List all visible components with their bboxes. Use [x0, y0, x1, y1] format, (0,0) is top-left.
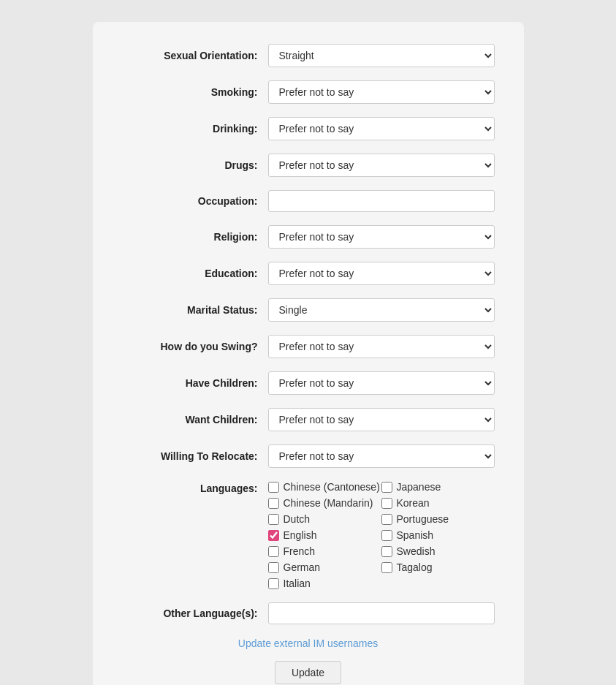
list-item[interactable]: Japanese [381, 481, 495, 493]
education-label: Education: [122, 268, 268, 279]
lang-german-checkbox[interactable] [268, 562, 279, 573]
lang-mandarin-label: Chinese (Mandarin) [284, 497, 373, 509]
education-select[interactable]: Prefer not to say High School Some Colle… [268, 262, 495, 285]
drinking-label: Drinking: [122, 123, 268, 135]
drinking-select[interactable]: Prefer not to say Yes No Occasionally [268, 117, 495, 140]
drinking-control: Prefer not to say Yes No Occasionally [268, 117, 495, 140]
lang-german-label: German [284, 561, 321, 573]
sexual-orientation-control: Straight Gay Lesbian Bisexual Prefer not… [268, 44, 495, 67]
list-item[interactable]: Portuguese [381, 513, 495, 525]
lang-cantonese-checkbox[interactable] [268, 482, 279, 493]
list-item[interactable]: Chinese (Mandarin) [268, 497, 381, 509]
other-languages-control [268, 602, 495, 624]
lang-korean-checkbox[interactable] [381, 498, 392, 509]
want-children-select[interactable]: Prefer not to say Yes No Maybe [268, 408, 495, 431]
occupation-row: Occupation: [122, 190, 495, 212]
languages-label: Languages: [122, 481, 268, 494]
lang-spanish-checkbox[interactable] [381, 530, 392, 541]
other-languages-input[interactable] [268, 602, 495, 624]
religion-row: Religion: Prefer not to say Christian Mu… [122, 225, 495, 249]
update-im-link-row: Update external IM usernames [122, 637, 495, 649]
religion-label: Religion: [122, 231, 268, 243]
marital-status-label: Marital Status: [122, 304, 268, 316]
sexual-orientation-select[interactable]: Straight Gay Lesbian Bisexual Prefer not… [268, 44, 495, 67]
list-item[interactable]: Tagalog [381, 561, 495, 573]
lang-portuguese-label: Portuguese [397, 513, 449, 525]
drugs-label: Drugs: [122, 159, 268, 171]
list-item[interactable]: Dutch [268, 513, 381, 525]
list-item[interactable]: Chinese (Cantonese) [268, 481, 381, 493]
other-languages-row: Other Language(s): [122, 602, 495, 624]
swing-select[interactable]: Prefer not to say Monogamous Open Swinge… [268, 335, 495, 358]
lang-english-label: English [284, 529, 317, 541]
want-children-row: Want Children: Prefer not to say Yes No … [122, 408, 495, 431]
profile-form: Sexual Orientation: Straight Gay Lesbian… [93, 22, 524, 685]
swing-control: Prefer not to say Monogamous Open Swinge… [268, 335, 495, 358]
relocate-control: Prefer not to say Yes No Maybe [268, 444, 495, 468]
want-children-label: Want Children: [122, 414, 268, 425]
lang-spanish-label: Spanish [397, 529, 434, 541]
lang-tagalog-label: Tagalog [397, 561, 433, 573]
smoking-control: Prefer not to say Yes No Occasionally [268, 80, 495, 104]
list-item[interactable]: Italian [268, 578, 381, 589]
lang-korean-label: Korean [397, 497, 430, 509]
languages-grid: Chinese (Cantonese) Chinese (Mandarin) D… [268, 481, 495, 589]
drugs-select[interactable]: Prefer not to say Yes No Occasionally [268, 154, 495, 177]
languages-col1: Chinese (Cantonese) Chinese (Mandarin) D… [268, 481, 381, 589]
relocate-row: Willing To Relocate: Prefer not to say Y… [122, 444, 495, 468]
other-languages-label: Other Language(s): [122, 608, 268, 619]
lang-french-label: French [284, 545, 316, 557]
smoking-select[interactable]: Prefer not to say Yes No Occasionally [268, 80, 495, 104]
list-item[interactable]: Spanish [381, 529, 495, 541]
sexual-orientation-label: Sexual Orientation: [122, 50, 268, 61]
religion-control: Prefer not to say Christian Muslim Jewis… [268, 225, 495, 249]
relocate-label: Willing To Relocate: [122, 450, 268, 462]
languages-col2: Japanese Korean Portuguese Spanish Swedi… [381, 481, 495, 589]
want-children-control: Prefer not to say Yes No Maybe [268, 408, 495, 431]
lang-japanese-label: Japanese [397, 481, 441, 493]
have-children-select[interactable]: Prefer not to say Yes No [268, 371, 495, 395]
update-im-link[interactable]: Update external IM usernames [238, 637, 378, 649]
marital-status-select[interactable]: Single Married Divorced Widowed Separate… [268, 298, 495, 322]
lang-portuguese-checkbox[interactable] [381, 514, 392, 525]
lang-mandarin-checkbox[interactable] [268, 498, 279, 509]
list-item[interactable]: Korean [381, 497, 495, 509]
occupation-control [268, 190, 495, 212]
lang-english-checkbox[interactable] [268, 530, 279, 541]
sexual-orientation-row: Sexual Orientation: Straight Gay Lesbian… [122, 44, 495, 67]
marital-status-row: Marital Status: Single Married Divorced … [122, 298, 495, 322]
list-item[interactable]: French [268, 545, 381, 557]
list-item[interactable]: English [268, 529, 381, 541]
smoking-row: Smoking: Prefer not to say Yes No Occasi… [122, 80, 495, 104]
swing-row: How do you Swing? Prefer not to say Mono… [122, 335, 495, 358]
have-children-control: Prefer not to say Yes No [268, 371, 495, 395]
religion-select[interactable]: Prefer not to say Christian Muslim Jewis… [268, 225, 495, 249]
marital-status-control: Single Married Divorced Widowed Separate… [268, 298, 495, 322]
occupation-input[interactable] [268, 190, 495, 212]
lang-cantonese-label: Chinese (Cantonese) [284, 481, 380, 493]
have-children-label: Have Children: [122, 377, 268, 389]
lang-tagalog-checkbox[interactable] [381, 562, 392, 573]
lang-japanese-checkbox[interactable] [381, 482, 392, 493]
lang-italian-checkbox[interactable] [268, 578, 279, 589]
lang-italian-label: Italian [284, 578, 311, 589]
lang-french-checkbox[interactable] [268, 546, 279, 557]
education-row: Education: Prefer not to say High School… [122, 262, 495, 285]
lang-dutch-checkbox[interactable] [268, 514, 279, 525]
lang-swedish-checkbox[interactable] [381, 546, 392, 557]
list-item[interactable]: Swedish [381, 545, 495, 557]
education-control: Prefer not to say High School Some Colle… [268, 262, 495, 285]
occupation-label: Occupation: [122, 195, 268, 207]
lang-dutch-label: Dutch [284, 513, 311, 525]
list-item[interactable]: German [268, 561, 381, 573]
relocate-select[interactable]: Prefer not to say Yes No Maybe [268, 444, 495, 468]
update-button[interactable]: Update [275, 661, 341, 684]
drugs-control: Prefer not to say Yes No Occasionally [268, 154, 495, 177]
languages-row: Languages: Chinese (Cantonese) Chinese (… [122, 481, 495, 589]
drugs-row: Drugs: Prefer not to say Yes No Occasion… [122, 154, 495, 177]
swing-label: How do you Swing? [122, 341, 268, 352]
smoking-label: Smoking: [122, 86, 268, 98]
have-children-row: Have Children: Prefer not to say Yes No [122, 371, 495, 395]
drinking-row: Drinking: Prefer not to say Yes No Occas… [122, 117, 495, 140]
update-button-row: Update [122, 661, 495, 684]
